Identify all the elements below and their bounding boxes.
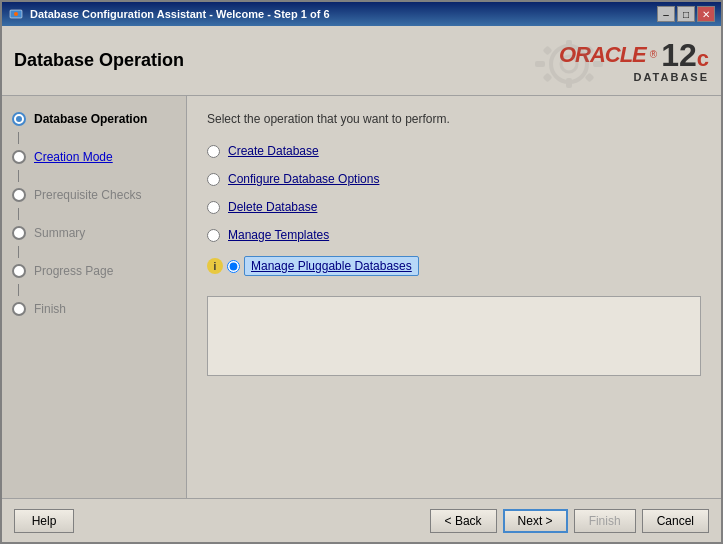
option-delete-db: Delete Database [207, 200, 701, 214]
label-configure-db[interactable]: Configure Database Options [228, 172, 379, 186]
radio-delete-db[interactable] [207, 201, 220, 214]
footer: Help < Back Next > Finish Cancel [2, 498, 721, 542]
main-window: Database Configuration Assistant - Welco… [0, 0, 723, 544]
radio-configure-db[interactable] [207, 173, 220, 186]
finish-button[interactable]: Finish [574, 509, 636, 533]
cancel-button[interactable]: Cancel [642, 509, 709, 533]
info-icon: i [207, 258, 223, 274]
svg-point-2 [551, 46, 587, 82]
content-area: Database Operation Creation Mode Prerequ… [2, 96, 721, 498]
sidebar-label-progress: Progress Page [34, 264, 113, 278]
svg-rect-6 [535, 61, 545, 67]
maximize-button[interactable]: □ [677, 6, 695, 22]
header: Database Operation ORACLE [2, 26, 721, 96]
label-delete-db[interactable]: Delete Database [228, 200, 317, 214]
svg-rect-4 [566, 40, 572, 50]
svg-point-3 [561, 56, 577, 72]
radio-create-db[interactable] [207, 145, 220, 158]
sidebar-label-prereq: Prerequisite Checks [34, 188, 141, 202]
sidebar-label-db-operation: Database Operation [34, 112, 147, 126]
nav-bullet-progress [12, 264, 26, 278]
window-title: Database Configuration Assistant - Welco… [30, 8, 330, 20]
minimize-button[interactable]: – [657, 6, 675, 22]
help-button[interactable]: Help [14, 509, 74, 533]
sidebar-item-progress: Progress Page [2, 258, 186, 284]
label-create-db[interactable]: Create Database [228, 144, 319, 158]
sidebar-item-db-operation: Database Operation [2, 106, 186, 132]
option-configure-db: Configure Database Options [207, 172, 701, 186]
nav-bullet-creation-mode [12, 150, 26, 164]
nav-bullet-db-operation [12, 112, 26, 126]
option-manage-pluggable: i Manage Pluggable Databases [207, 256, 701, 276]
sidebar-item-creation-mode[interactable]: Creation Mode [2, 144, 186, 170]
sidebar-label-creation-mode: Creation Mode [34, 150, 113, 164]
title-bar-left: Database Configuration Assistant - Welco… [8, 6, 330, 22]
sidebar-item-finish: Finish [2, 296, 186, 322]
radio-manage-pluggable[interactable] [227, 260, 240, 273]
back-button[interactable]: < Back [430, 509, 497, 533]
sidebar-item-summary: Summary [2, 220, 186, 246]
footer-nav-buttons: < Back Next > Finish Cancel [430, 509, 709, 533]
title-bar: Database Configuration Assistant - Welco… [2, 2, 721, 26]
sidebar: Database Operation Creation Mode Prerequ… [2, 96, 187, 498]
close-button[interactable]: ✕ [697, 6, 715, 22]
database-label: DATABASE [634, 71, 709, 83]
nav-connector-5 [18, 284, 19, 296]
svg-point-1 [14, 12, 18, 16]
version-number: 12c [661, 39, 709, 71]
nav-bullet-prereq [12, 188, 26, 202]
label-manage-templates[interactable]: Manage Templates [228, 228, 329, 242]
main-panel: Select the operation that you want to pe… [187, 96, 721, 498]
sidebar-label-summary: Summary [34, 226, 85, 240]
svg-rect-7 [593, 61, 603, 67]
nav-connector-3 [18, 208, 19, 220]
option-create-db: Create Database [207, 144, 701, 158]
nav-bullet-summary [12, 226, 26, 240]
next-button[interactable]: Next > [503, 509, 568, 533]
oracle-logo: ORACLE ® 12c DATABASE [559, 39, 709, 83]
sidebar-item-prereq-checks: Prerequisite Checks [2, 182, 186, 208]
instruction-text: Select the operation that you want to pe… [207, 112, 701, 126]
page-title: Database Operation [14, 50, 184, 71]
svg-rect-5 [566, 78, 572, 88]
gear-decoration [529, 34, 609, 94]
title-controls: – □ ✕ [657, 6, 715, 22]
nav-connector-1 [18, 132, 19, 144]
label-manage-pluggable[interactable]: Manage Pluggable Databases [244, 256, 419, 276]
nav-connector-4 [18, 246, 19, 258]
description-box [207, 296, 701, 376]
radio-manage-templates[interactable] [207, 229, 220, 242]
operation-radio-group: Create Database Configure Database Optio… [207, 144, 701, 276]
registered-mark: ® [650, 49, 657, 60]
option-manage-templates: Manage Templates [207, 228, 701, 242]
sidebar-label-finish: Finish [34, 302, 66, 316]
nav-bullet-finish [12, 302, 26, 316]
svg-rect-8 [543, 45, 553, 55]
svg-rect-10 [543, 72, 553, 82]
app-icon [8, 6, 24, 22]
nav-connector-2 [18, 170, 19, 182]
